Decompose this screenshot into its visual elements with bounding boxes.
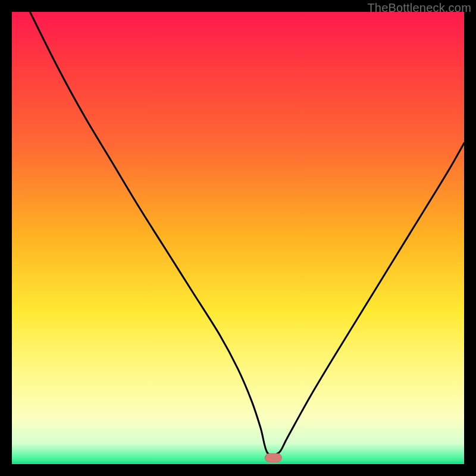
bottleneck-chart — [12, 12, 464, 464]
attribution-label: TheBottleneck.com — [367, 1, 471, 15]
gradient-background — [12, 12, 464, 464]
optimal-marker — [265, 453, 281, 462]
plot-area — [12, 12, 464, 464]
chart-frame: TheBottleneck.com — [0, 0, 476, 476]
